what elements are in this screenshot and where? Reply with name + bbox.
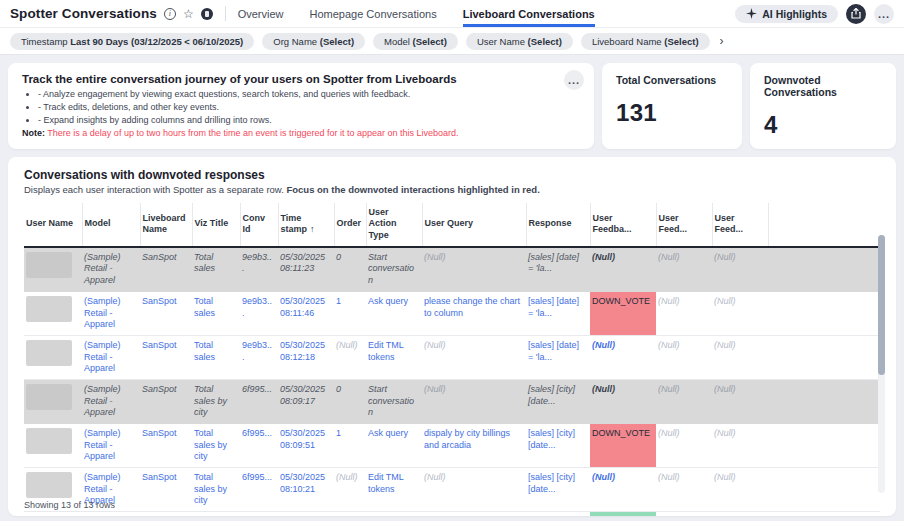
cell-user-action-type: Start conversation: [366, 247, 422, 292]
cell-user-query[interactable]: please change the chart to column: [422, 291, 526, 335]
table-subtitle: Displays each user interaction with Spot…: [8, 182, 896, 195]
column-header-time-stamp[interactable]: Time stamp↑: [278, 203, 334, 247]
table-scrollbar-thumb[interactable]: [878, 235, 885, 375]
tab-homepage-conversations[interactable]: Homepage Conversations: [310, 0, 437, 27]
cell-model[interactable]: (Sample) Retail - Apparel: [82, 424, 140, 468]
cell-order[interactable]: 1: [334, 424, 366, 468]
cell-user-feedba[interactable]: DOWN_VOTE: [590, 291, 656, 335]
cell-user-action-type[interactable]: Ask query: [366, 424, 422, 468]
info-bullet-list: - Analyze engagement by viewing exact qu…: [38, 88, 580, 127]
cell-liveboard-name[interactable]: SanSpot: [140, 512, 192, 516]
cell-user-feed: (Null): [712, 512, 768, 516]
more-button[interactable]: ...: [874, 4, 894, 24]
column-header-user-feed[interactable]: User Feed...: [712, 203, 768, 247]
column-header-user-feed[interactable]: User Feed...: [656, 203, 712, 247]
cell-liveboard-name: SanSpot: [140, 247, 192, 292]
cell-liveboard-name[interactable]: SanSpot: [140, 291, 192, 335]
cell-order[interactable]: 2: [334, 512, 366, 516]
filter-chip-model[interactable]: Model (Select): [373, 33, 458, 50]
ai-highlights-button[interactable]: AI Highlights: [735, 5, 838, 23]
cell-time-stamp[interactable]: 05/30/2025 08:10:54: [278, 512, 334, 516]
cell-viz-title[interactable]: Total sales: [192, 335, 240, 379]
cell-viz-title[interactable]: Total sales: [192, 291, 240, 335]
cell-response[interactable]: [sales] [city] [date...: [526, 424, 590, 468]
cell-response: [sales] [date] = 'la...: [526, 247, 590, 292]
cell-conv-id[interactable]: 6f995...: [240, 512, 278, 516]
table-body: (Sample) Retail - ApparelSanSpotTotal sa…: [24, 247, 880, 516]
cell-filler: [768, 335, 880, 379]
share-button[interactable]: [846, 4, 866, 24]
column-header-order[interactable]: Order: [334, 203, 366, 247]
column-header-response[interactable]: Response: [526, 203, 590, 247]
info-card-more-button[interactable]: ...: [564, 70, 584, 90]
filter-chip-liveboard-name[interactable]: Liveboard Name (Select): [581, 33, 710, 50]
redacted-user-name: [26, 428, 72, 454]
cell-user-feed: (Null): [712, 291, 768, 335]
sort-ascending-icon[interactable]: ↑: [310, 224, 315, 234]
filter-chip-org-name[interactable]: Org Name (Select): [262, 33, 365, 50]
cell-response[interactable]: [sales] [city] [date...: [526, 468, 590, 512]
cell-filler: [768, 379, 880, 423]
redacted-user-name: [26, 252, 72, 278]
cell-conv-id[interactable]: 6f995...: [240, 468, 278, 512]
cell-user-query[interactable]: dispaly by city billings and arcadia: [422, 424, 526, 468]
column-header-conv-id[interactable]: Conv Id: [240, 203, 278, 247]
cell-time-stamp[interactable]: 05/30/2025 08:11:46: [278, 291, 334, 335]
note-label: Note:: [22, 128, 45, 138]
tab-liveboard-conversations[interactable]: Liveboard Conversations: [463, 0, 595, 27]
table-title: Conversations with downvoted responses: [8, 168, 896, 182]
column-header-user-name[interactable]: User Name: [24, 203, 82, 247]
cell-user-feedba[interactable]: (Null): [590, 335, 656, 379]
cell-user-action-type[interactable]: Edit TML tokens: [366, 335, 422, 379]
filter-chip-timestamp[interactable]: Timestamp Last 90 Days (03/12/2025 < 06/…: [10, 33, 254, 50]
filter-chip-user-name[interactable]: User Name (Select): [466, 33, 573, 50]
cell-response[interactable]: [sales] [date] = 'la...: [526, 335, 590, 379]
info-icon[interactable]: i: [164, 8, 176, 20]
column-header-user-query[interactable]: User Query: [422, 203, 526, 247]
cell-time-stamp[interactable]: 05/30/2025 08:10:21: [278, 468, 334, 512]
column-header-liveboard-name[interactable]: Liveboard Name: [140, 203, 192, 247]
cell-liveboard-name[interactable]: SanSpot: [140, 335, 192, 379]
cell-model[interactable]: (Sample) Retail - Apparel: [82, 291, 140, 335]
cell-user-feedba[interactable]: DOWN_VOTE: [590, 424, 656, 468]
column-header-user-feedba[interactable]: User Feedba...: [590, 203, 656, 247]
info-bullet: - Expand insights by adding columns and …: [38, 114, 580, 127]
cell-viz-title[interactable]: Total sales by city: [192, 468, 240, 512]
content-area: Track the entire conversation journey of…: [0, 55, 904, 521]
cell-user-action-type[interactable]: Ask query: [366, 512, 422, 516]
tab-overview[interactable]: Overview: [238, 0, 284, 27]
cell-conv-id[interactable]: 9e9b3...: [240, 291, 278, 335]
cell-filler: [768, 291, 880, 335]
cell-liveboard-name[interactable]: SanSpot: [140, 468, 192, 512]
column-header-model[interactable]: Model: [82, 203, 140, 247]
cell-model[interactable]: (Sample) Retail - Apparel: [82, 335, 140, 379]
column-header-user-action-type[interactable]: User Action Type: [366, 203, 422, 247]
cell-response[interactable]: [sales] [date] = 'la...: [526, 291, 590, 335]
cell-user-action-type[interactable]: Edit TML tokens: [366, 468, 422, 512]
filters-overflow-chevron-icon[interactable]: ›: [718, 34, 726, 48]
badge-icon[interactable]: [201, 8, 213, 20]
cell-conv-id[interactable]: 9e9b3...: [240, 335, 278, 379]
cell-user-feed: (Null): [656, 424, 712, 468]
cell-user-feedba[interactable]: UP_VOTE: [590, 512, 656, 516]
table-row: (Sample) Retail - ApparelSanSpotTotal sa…: [24, 512, 880, 516]
cell-user-query[interactable]: can you change the chart tyoe to pie: [422, 512, 526, 516]
cell-user-feed: (Null): [656, 379, 712, 423]
table-subtitle-bold: Focus on the downvoted interactions high…: [286, 184, 539, 195]
kpi-value: 131: [616, 99, 728, 127]
tab-bar: OverviewHomepage ConversationsLiveboard …: [238, 0, 595, 27]
cell-conv-id[interactable]: 6f995...: [240, 424, 278, 468]
cell-time-stamp[interactable]: 05/30/2025 08:12:18: [278, 335, 334, 379]
cell-viz-title[interactable]: Total sales by city: [192, 512, 240, 516]
cell-order[interactable]: 1: [334, 291, 366, 335]
cell-liveboard-name[interactable]: SanSpot: [140, 424, 192, 468]
cell-response[interactable]: [sales] [city] [date...: [526, 512, 590, 516]
cell-user-action-type[interactable]: Ask query: [366, 291, 422, 335]
column-header-viz-title[interactable]: Viz Title: [192, 203, 240, 247]
star-icon[interactable]: ☆: [183, 8, 194, 20]
cell-user-query: (Null): [422, 468, 526, 512]
cell-viz-title[interactable]: Total sales by city: [192, 424, 240, 468]
cell-model[interactable]: (Sample) Retail - Apparel: [82, 512, 140, 516]
cell-time-stamp[interactable]: 05/30/2025 08:09:51: [278, 424, 334, 468]
cell-user-feedba[interactable]: (Null): [590, 468, 656, 512]
